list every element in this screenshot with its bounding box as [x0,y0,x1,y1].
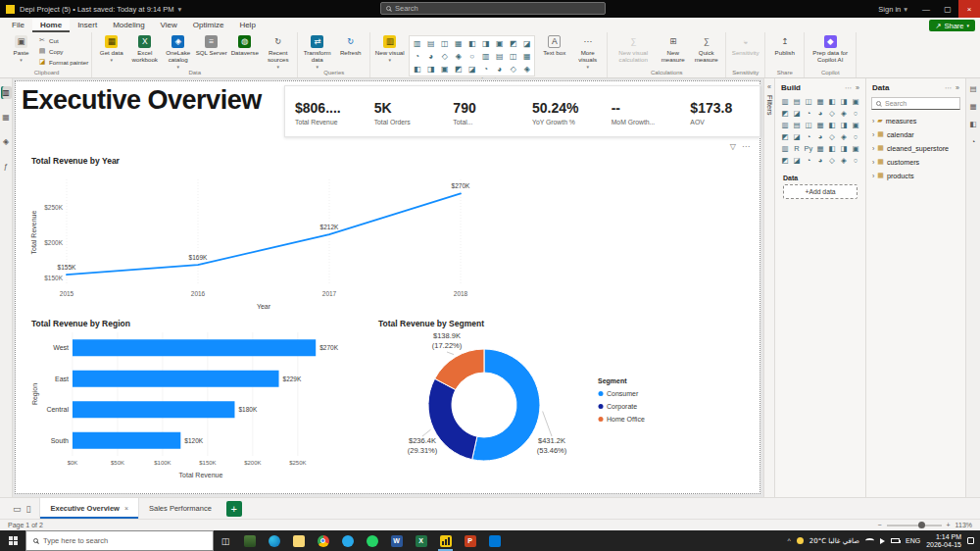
edge-icon[interactable] [262,530,286,551]
quick-measure-button[interactable]: ∑Quick measure [690,33,722,64]
table-view-icon[interactable]: ▦ [1,111,12,124]
taskbar-search-input[interactable]: Type here to search [25,530,214,551]
new-visual-button[interactable]: ▥New visual▾ [373,33,406,64]
filled-map-icon[interactable]: ◨ [424,63,437,75]
scatter-chart-icon[interactable]: ▥ [479,50,492,62]
card-icon[interactable]: ◔ [479,63,492,75]
map-icon[interactable]: ◧ [411,63,423,75]
donut-chart-visual[interactable]: Total Revenue by Segment $431.2K(53.46%)… [374,317,702,491]
ribbon-chart-icon[interactable]: ◇ [438,50,451,62]
area-chart-icon[interactable]: ◩ [780,108,791,119]
pie-chart-icon[interactable]: ▤ [792,120,803,130]
sign-in-button[interactable]: Sign in▾ [870,5,915,14]
volume-icon[interactable] [880,538,885,544]
map-icon[interactable]: ◧ [827,120,838,130]
kpi-card-5[interactable]: $173.8AOV [680,97,760,125]
field-measures[interactable]: ›▰measures [866,114,965,127]
zoom-in-button[interactable]: + [947,522,951,528]
paginated-report-icon[interactable]: ◩ [780,155,791,166]
kpi-card-0[interactable]: $806....Total Revenue [285,97,365,125]
whatsapp-icon[interactable] [360,530,384,551]
shape-map-icon[interactable]: ▣ [851,120,861,130]
card-icon[interactable]: ◔ [804,131,814,142]
transform-data-button[interactable]: ⇄Transform data▾ [301,33,333,70]
slicer-icon[interactable]: ◈ [520,63,533,75]
cut-button[interactable]: ✂Cut [38,35,88,45]
onelake-catalog-button[interactable]: ◈OneLake catalog▾ [162,33,194,70]
filters-pane-collapsed[interactable]: « Filters [763,78,775,497]
gauge-icon[interactable]: ◪ [466,63,478,75]
kpi-card-strip[interactable]: $806....Total Revenue5KTotal Orders790To… [284,85,760,137]
model-view-icon[interactable]: ◈ [1,135,12,148]
field-calendar[interactable]: ›▦calendar [866,127,965,141]
collapse-pane-icon[interactable]: » [956,84,959,92]
line-and-stacked-column-chart-icon[interactable]: ◔ [804,108,814,119]
funnel-chart-icon[interactable]: ○ [466,50,478,62]
treemap-icon[interactable]: ▦ [520,50,533,62]
battery-icon[interactable] [891,538,900,543]
ribbon-tab-optimize[interactable]: Optimize [185,18,232,32]
slicer-icon[interactable]: ◈ [839,131,850,142]
more-options-icon[interactable]: ⋯ [742,142,750,151]
maximize-button[interactable]: ▢ [937,0,958,18]
report-view-icon[interactable]: ▥ [1,86,12,99]
ribbon-tab-view[interactable]: View [153,18,185,32]
excel-icon[interactable]: X [409,530,433,551]
field-cleaned_superstore[interactable]: ›▦cleaned_superstore [866,141,965,155]
excel-workbook-button[interactable]: XExcel workbook [128,33,161,64]
pane-options-icon[interactable]: ⋯ [845,84,852,92]
new-measure-button[interactable]: ⊞New measure [657,33,689,64]
filled-map-icon[interactable]: ◨ [839,120,850,130]
copy-button[interactable]: ▤Copy [38,46,88,56]
mobile-layout-icon[interactable]: ▯ [26,504,31,514]
expand-chevron-icon[interactable]: › [872,118,874,125]
waterfall-chart-icon[interactable]: ◈ [839,108,850,119]
gauge-icon[interactable]: ◪ [792,131,803,142]
ribbon-chart-icon[interactable]: ◇ [827,108,838,119]
shape-map-icon[interactable]: ▣ [438,63,451,75]
power-automate-icon[interactable]: ◕ [815,155,826,166]
vscode-icon[interactable] [482,530,507,551]
ribbon-tab-file[interactable]: File [4,18,32,32]
chrome-icon[interactable] [311,530,335,551]
line-chart-icon[interactable]: ▣ [493,37,506,49]
get-data-button[interactable]: ▦Get data▾ [95,33,127,64]
text-slicer-icon[interactable]: ○ [851,155,861,166]
clustered-column-chart-icon[interactable]: ▦ [815,96,826,107]
stacked-area-chart-icon[interactable]: ◪ [520,37,533,49]
zoom-slider[interactable] [887,525,942,526]
format-painter-button[interactable]: ◪Format painter [38,57,88,67]
word-icon[interactable]: W [384,530,409,551]
clustered-bar-chart-icon[interactable]: ◫ [804,96,814,107]
language-indicator[interactable]: ENG [906,537,920,544]
page-tab-executive-overview[interactable]: Executive Overview× [39,498,139,519]
donut-chart-icon[interactable]: ◫ [804,120,814,130]
expand-chevron-icon[interactable]: › [872,145,874,152]
analytics-pane-icon[interactable]: ◔ [971,137,976,146]
pane-options-icon[interactable]: ⋯ [945,84,952,92]
share-button[interactable]: ↗ Share ▾ [929,20,975,31]
kpi-card-2[interactable]: 790Total... [443,97,522,125]
azure-map-icon[interactable]: ◩ [452,63,465,75]
scatter-chart-icon[interactable]: ▥ [780,120,791,130]
stacked-bar-chart-icon[interactable]: ▥ [411,37,423,49]
multi-row-card-icon[interactable]: ◕ [493,63,506,75]
field-products[interactable]: ›▦products [866,169,965,182]
ribbon-tab-insert[interactable]: Insert [70,18,105,32]
global-search-input[interactable]: Search [380,2,606,15]
power-bi-icon[interactable] [433,530,458,551]
r-script-icon[interactable]: R [792,143,803,154]
add-data-button[interactable]: +Add data [783,184,858,199]
clustered-column-chart-icon[interactable]: ▦ [452,37,465,49]
stacked-column-chart-icon[interactable]: ▤ [792,96,803,107]
kpi-icon[interactable]: ◇ [507,63,519,75]
kpi-card-3[interactable]: 50.24%YoY Growth % [522,97,602,125]
new-page-button[interactable]: + [226,501,242,517]
tray-overflow-icon[interactable]: ^ [788,537,791,544]
kpi-card-4[interactable]: --MoM Growth... [602,97,681,125]
100-stacked-column-chart-icon[interactable]: ◨ [479,37,492,49]
data-pane-icon[interactable]: ▤ [969,84,976,93]
line-and-stacked-column-chart-icon[interactable]: ◔ [411,50,423,62]
area-chart-icon[interactable]: ◩ [507,37,519,49]
clock[interactable]: 1:14 PM 2026-04-15 [926,533,961,549]
